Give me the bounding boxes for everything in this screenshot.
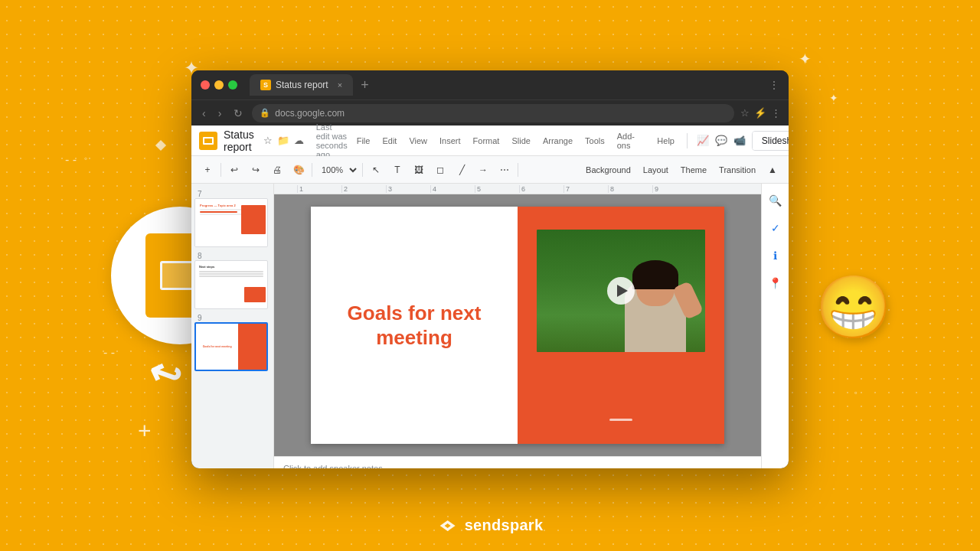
rpanel-explore-icon[interactable]: 🔍 [765,190,786,211]
maximize-button[interactable] [228,80,237,90]
video-thumbnail[interactable] [537,230,705,352]
menu-edit[interactable]: Edit [379,135,400,147]
refresh-button[interactable]: ↻ [230,106,246,121]
sendspark-text: sendspark [465,517,544,534]
slide-right-panel [518,207,724,444]
right-panel: 🔍 ✓ ℹ 📍 [761,184,789,468]
toolbar-line[interactable]: ╱ [452,160,472,180]
rpanel-map-icon[interactable]: 📍 [765,272,786,294]
deco-diamond [155,140,166,151]
slide-goals-text: Goals for next meeting [332,285,497,366]
ruler-marks: 1 2 3 4 5 6 7 8 9 [297,185,761,193]
theme-button[interactable]: Theme [675,163,712,177]
slide-dash-decoration [609,419,632,421]
slide-canvas[interactable]: Goals for next meeting [311,207,724,444]
menu-slide[interactable]: Slide [508,135,533,147]
sparkle-deco: ✦ [799,50,812,68]
rpanel-check-icon[interactable]: ✓ [765,217,786,239]
cloud-icon[interactable]: ☁ [294,135,304,146]
menu-file[interactable]: File [354,135,374,147]
ruler-mark-3: 3 [386,185,430,193]
new-tab-button[interactable]: + [356,77,374,93]
zoom-selector[interactable]: 100% 75% 50% [315,163,359,177]
goals-line1: Goals for next [348,302,482,324]
tab-bar: S Status report × + [250,74,763,96]
address-right-icons: ☆ ⚡ ⋮ [740,107,781,119]
play-triangle-icon [617,285,628,297]
lock-icon: 🔒 [260,108,270,118]
transition-button[interactable]: Transition [714,163,761,177]
thumb8-accent [244,287,266,302]
toolbar-sep3 [362,163,363,177]
toolbar-shapes[interactable]: ◻ [430,160,450,180]
meet-icon[interactable]: 📹 [733,135,746,146]
thumb9-right [238,324,266,370]
ruler-mark-4: 4 [430,185,475,193]
thumb9-left: Goals for next meeting [196,324,238,370]
sparkle-deco: + [138,418,152,444]
slide-canvas-wrapper: Goals for next meeting [274,194,761,456]
toolbar-print[interactable]: 🖨 [267,160,287,180]
video-person [621,253,690,352]
slideshow-main-button[interactable]: Slideshow [753,132,789,150]
grin-emoji: 😁 [815,272,892,344]
slide-thumbnail-8[interactable]: Next steps [194,260,268,309]
speaker-notes-text: Click to add speaker notes [283,464,383,469]
menu-insert[interactable]: Insert [436,135,464,147]
bookmark-icon[interactable]: ☆ [740,107,750,119]
comment-icon[interactable]: 💬 [715,135,727,146]
minimize-button[interactable] [214,80,224,90]
forward-button[interactable]: › [215,106,225,121]
toolbar-sep [220,163,221,177]
browser-menu-button[interactable]: ⋮ [769,79,779,91]
play-button[interactable] [607,277,635,305]
close-button[interactable] [201,80,210,90]
background-button[interactable]: Background [580,163,636,177]
ruler-mark-5: 5 [475,185,519,193]
slide-left-panel: Goals for next meeting [311,207,518,444]
toolbar-right-group: Background Layout Theme Transition ▲ [580,160,782,180]
slide-thumbnail-9[interactable]: Goals for next meeting [194,322,268,371]
slideshow-button-group[interactable]: Slideshow ▾ [752,131,789,151]
star-icon[interactable]: ☆ [263,135,273,146]
tab-close-icon[interactable]: × [338,80,342,90]
speaker-notes[interactable]: Click to add speaker notes [274,456,761,468]
ruler-mark-6: 6 [519,185,564,193]
slide-thumbnail-7[interactable]: Progress — Topic area 2 [194,198,268,247]
layout-button[interactable]: Layout [638,163,674,177]
toolbar-redo[interactable]: ↪ [246,160,266,180]
ruler-mark-8: 8 [608,185,652,193]
slide-item-9: 9 Goals for next meeting [194,314,270,371]
sendspark-logo-icon [437,517,459,534]
active-tab[interactable]: S Status report × [250,74,353,96]
toolbar-text[interactable]: T [387,160,407,180]
toolbar-image[interactable]: 🖼 [409,160,429,180]
menu-arrange[interactable]: Arrange [540,135,576,147]
last-edit-text: Last edit was seconds ago [316,122,348,159]
sendspark-brand: sendspark [437,517,544,534]
toolbar-undo[interactable]: ↩ [224,160,244,180]
slide-item-8: 8 Next steps [194,252,270,309]
extension-icon[interactable]: ⚡ [754,107,766,119]
analytics-icon[interactable]: 📈 [697,135,709,146]
address-bar[interactable]: 🔒 docs.google.com [252,104,734,122]
browser-titlebar: S Status report × + ⋮ [191,70,789,99]
toolbar-collapse[interactable]: ▲ [763,160,782,180]
folder-icon[interactable]: 📁 [277,135,289,146]
toolbar-cursor[interactable]: ↖ [366,160,386,180]
menu-addons[interactable]: Add-ons [614,130,648,152]
toolbar-arrow[interactable]: → [473,160,493,180]
menu-format[interactable]: Format [470,135,503,147]
toolbar-plus[interactable]: + [198,160,217,180]
menu-help[interactable]: Help [654,135,678,147]
more-icon[interactable]: ⋮ [771,107,781,119]
rpanel-info-icon[interactable]: ℹ [765,245,786,266]
menu-view[interactable]: View [406,135,430,147]
toolbar-more[interactable]: ⋯ [495,160,514,180]
menu-tools[interactable]: Tools [582,135,608,147]
toolbar-paint[interactable]: 🎨 [289,160,309,180]
thumb8-line3 [199,276,263,277]
file-title[interactable]: Status report [224,129,254,153]
back-button[interactable]: ‹ [199,106,209,121]
person-hair [632,260,678,289]
